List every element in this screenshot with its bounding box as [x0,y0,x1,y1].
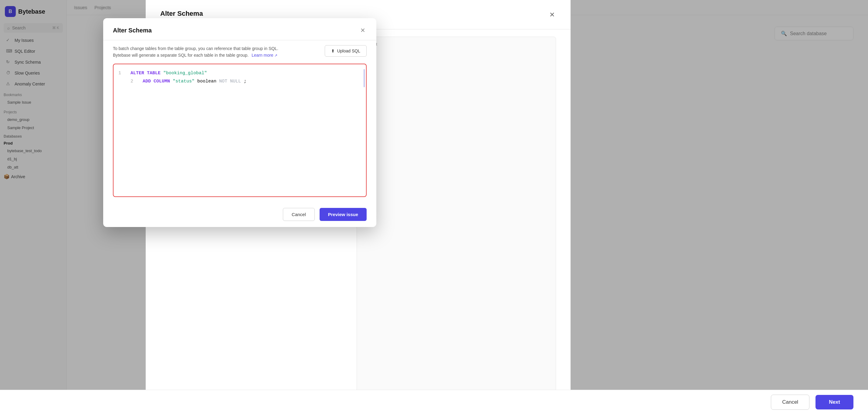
code-line-1: 1 ALTER TABLE "booking_global" [118,69,361,77]
editor-scrollbar[interactable] [364,69,365,87]
environment-panel: ironment d [356,37,556,407]
inner-dialog-title: Alter Schema [113,27,152,34]
inner-dialog-footer: Cancel Preview issue [103,202,376,227]
environment-label: ironment [362,42,551,46]
close-outer-dialog-button[interactable]: ✕ [548,10,556,20]
kw-table: TABLE [147,71,160,76]
upload-sql-button[interactable]: ⬆ Upload SQL [325,45,367,57]
kw-add: ADD [143,79,151,84]
inner-cancel-button[interactable]: Cancel [283,208,315,221]
bottom-cancel-button[interactable]: Cancel [771,394,809,410]
inner-dialog-description: To batch change tables from the table gr… [103,40,376,64]
bottom-bar: Cancel Next [0,390,868,414]
preview-issue-button[interactable]: Preview issue [319,208,367,221]
outer-dialog-title: Alter Schema [160,10,319,18]
line-number-2: 2 [130,77,136,85]
column-name: "status" [173,79,194,84]
close-inner-dialog-button[interactable]: ✕ [359,26,367,35]
sql-code-editor[interactable]: 1 ALTER TABLE "booking_global" 2 ADD COL… [113,64,367,197]
table-name: "booking_global" [163,71,207,76]
line-number-1: 1 [118,69,124,77]
learn-more-link[interactable]: Learn more ↗ [252,53,277,58]
desc-part1: To batch change tables from the table gr… [113,46,278,51]
inner-dialog: Alter Schema ✕ To batch change tables fr… [103,18,376,227]
external-link-icon: ↗ [274,53,277,58]
desc-part2: Bytebase will generate a separate SQL fo… [113,53,249,58]
kw-not-null: NOT NULL [219,79,241,84]
code-line-2: 2 ADD COLUMN "status" boolean NOT NULL ; [118,77,361,85]
upload-icon: ⬆ [331,48,335,53]
bottom-next-button[interactable]: Next [815,395,854,409]
kw-column: COLUMN [154,79,170,84]
environment-value: d [362,49,551,54]
kw-alter: ALTER [130,71,144,76]
inner-dialog-header: Alter Schema ✕ [103,18,376,40]
